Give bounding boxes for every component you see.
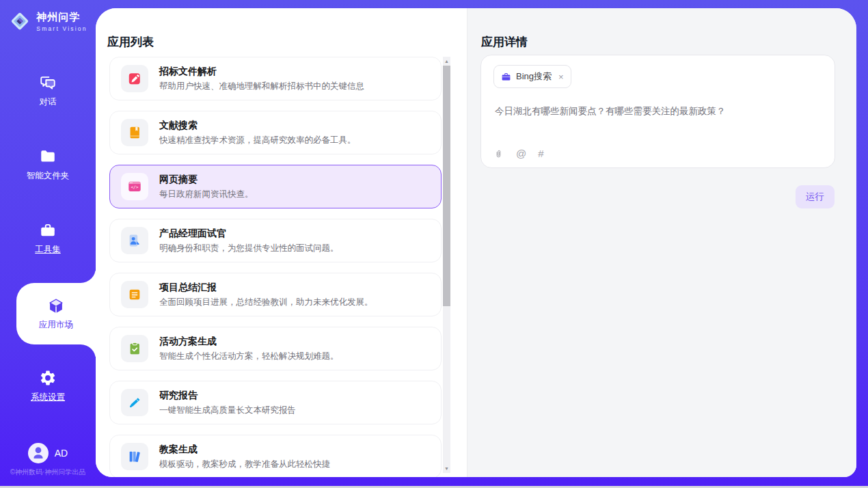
app-icon-tile — [121, 335, 148, 362]
app-card-description: 帮助用户快速、准确地理解和解析招标书中的关键信息 — [159, 81, 364, 92]
scroll-up-arrow[interactable]: ▲ — [443, 59, 450, 64]
app-card-name: 项目总结汇报 — [159, 282, 373, 294]
gear-icon — [39, 369, 57, 387]
brand-name: 神州问学 — [36, 11, 87, 24]
app-icon-tile — [121, 281, 148, 308]
app-card[interactable]: 项目总结汇报 全面回顾项目进展，总结经验教训，助力未来优化发展。 — [109, 273, 442, 316]
app-icon-tile — [121, 119, 148, 146]
folder-icon — [39, 148, 57, 165]
app-card[interactable]: 文献搜索 快速精准查找学术资源，提高研究效率的必备工具。 — [109, 111, 442, 154]
app-card-description: 智能生成个性化活动方案，轻松解决规划难题。 — [159, 351, 339, 362]
prompt-toolbar: @ # — [493, 148, 544, 159]
app-detail-title: 应用详情 — [481, 34, 528, 50]
app-card-description: 明确身份和职责，为您提供专业性的面试问题。 — [159, 243, 339, 254]
app-detail-panel: 应用详情 Bing搜索 × 今日湖北有哪些新闻要点？有哪些需要关注的最新政策？ … — [467, 8, 856, 477]
app-card-description: 快速精准查找学术资源，提高研究效率的必备工具。 — [159, 135, 356, 146]
app-card-name: 活动方案生成 — [159, 336, 339, 348]
app-card-description: 全面回顾项目进展，总结经验教训，助力未来优化发展。 — [159, 297, 373, 308]
brand-subtitle: Smart Vision — [36, 25, 87, 32]
sidebar-item-label: 对话 — [40, 96, 57, 108]
prompt-card[interactable]: Bing搜索 × 今日湖北有哪些新闻要点？有哪些需要关注的最新政策？ @ # — [480, 55, 835, 168]
book-icon — [127, 125, 142, 140]
app-icon-tile — [121, 443, 148, 470]
sidebar-item-app-market-active[interactable]: 应用市场 — [16, 283, 96, 344]
app-icon-tile: </> — [121, 173, 148, 200]
app-list-panel: 应用列表 招标文件解析 帮助用户快速、准确地理解和解析招标书中的关键信息 文献搜… — [96, 8, 467, 477]
user-account[interactable]: AD — [0, 443, 96, 463]
sidebar-item-toolset[interactable]: 工具集 — [0, 221, 96, 256]
paperclip-icon[interactable] — [493, 148, 504, 159]
hash-icon[interactable]: # — [538, 148, 543, 159]
app-card-name: 产品经理面试官 — [159, 228, 339, 240]
app-icon-tile — [121, 65, 148, 92]
tool-tag-label: Bing搜索 — [516, 70, 552, 83]
clipboard-check-icon — [127, 341, 142, 356]
brand-logo: 神州问学 Smart Vision — [0, 10, 96, 33]
app-icon-tile — [121, 227, 148, 254]
tool-tag-bing-search[interactable]: Bing搜索 × — [493, 65, 571, 88]
app-card-name: 招标文件解析 — [159, 66, 364, 78]
main-content: 应用列表 招标文件解析 帮助用户快速、准确地理解和解析招标书中的关键信息 文献搜… — [96, 8, 856, 477]
sidebar-item-smart-folder[interactable]: 智能文件夹 — [0, 148, 96, 182]
app-card[interactable]: 招标文件解析 帮助用户快速、准确地理解和解析招标书中的关键信息 — [109, 57, 442, 100]
app-card[interactable]: </> 网页摘要 每日政府新闻资讯快查。 — [109, 165, 442, 208]
interview-icon — [127, 233, 142, 248]
app-card-name: 研究报告 — [159, 390, 296, 402]
scrollbar[interactable]: ▲ ▼ — [443, 57, 450, 473]
toolbox-icon — [39, 221, 57, 239]
app-card-name: 文献搜索 — [159, 120, 356, 132]
app-card[interactable]: 研究报告 一键智能生成高质量长文本研究报告 — [109, 381, 442, 424]
sidebar: 神州问学 Smart Vision 对话 智能文件夹 工具集 应用市场 系统设置… — [0, 0, 96, 488]
scroll-down-arrow[interactable]: ▼ — [443, 466, 450, 471]
browser-code-icon: </> — [127, 179, 142, 194]
app-card-name: 网页摘要 — [159, 174, 254, 186]
app-card-description: 每日政府新闻资讯快查。 — [159, 189, 254, 200]
app-icon-tile — [121, 389, 148, 416]
chat-icon — [39, 74, 57, 92]
close-icon[interactable]: × — [558, 72, 564, 82]
sidebar-item-chat[interactable]: 对话 — [0, 74, 96, 108]
prompt-text[interactable]: 今日湖北有哪些新闻要点？有哪些需要关注的最新政策？ — [495, 105, 821, 118]
mention-icon[interactable]: @ — [516, 148, 526, 159]
sidebar-item-label: 智能文件夹 — [27, 170, 70, 182]
scrollbar-thumb[interactable] — [443, 66, 450, 306]
app-list: 招标文件解析 帮助用户快速、准确地理解和解析招标书中的关键信息 文献搜索 快速精… — [109, 57, 442, 477]
pen-icon — [127, 395, 142, 410]
run-button[interactable]: 运行 — [796, 185, 835, 208]
cube-icon — [47, 297, 65, 315]
person-icon — [29, 444, 47, 462]
avatar — [28, 443, 49, 463]
copyright-footer: ©神州数码·神州问学出品 — [0, 467, 96, 477]
app-card[interactable]: 教案生成 模板驱动，教案秒成，教学准备从此轻松快捷 — [109, 435, 442, 477]
app-card-description: 模板驱动，教案秒成，教学准备从此轻松快捷 — [159, 459, 330, 470]
app-card-description: 一键智能生成高质量长文本研究报告 — [159, 405, 296, 416]
app-card[interactable]: 活动方案生成 智能生成个性化活动方案，轻松解决规划难题。 — [109, 327, 442, 370]
note-icon — [127, 287, 142, 302]
briefcase-icon — [501, 72, 511, 82]
edit-square-icon — [127, 71, 142, 86]
sidebar-item-settings[interactable]: 系统设置 — [0, 369, 96, 403]
brand-diamond-icon — [8, 10, 31, 33]
app-list-title: 应用列表 — [107, 34, 154, 50]
user-name: AD — [55, 448, 68, 459]
sidebar-item-label: 系统设置 — [31, 392, 65, 403]
svg-text:</>: </> — [131, 185, 138, 189]
app-card[interactable]: 产品经理面试官 明确身份和职责，为您提供专业性的面试问题。 — [109, 219, 442, 262]
sidebar-item-label: 应用市场 — [39, 319, 73, 331]
sidebar-item-label: 工具集 — [35, 244, 61, 256]
app-card-name: 教案生成 — [159, 444, 330, 456]
books-icon — [127, 449, 142, 464]
